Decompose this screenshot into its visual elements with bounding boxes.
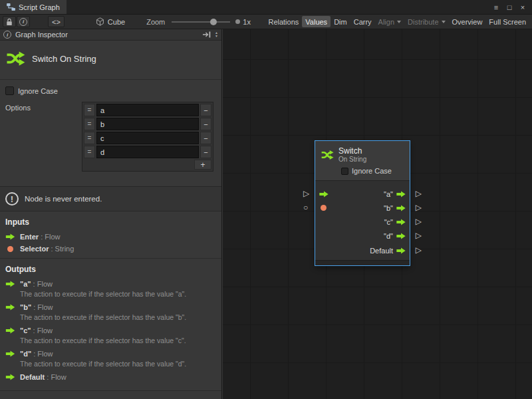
overview-button[interactable]: Overview xyxy=(449,16,486,27)
scroll-down-icon[interactable]: ▼ xyxy=(215,35,218,38)
output-row: Default : Flow xyxy=(0,371,221,383)
port-label: Default xyxy=(370,247,393,255)
flow-arrow-icon[interactable] xyxy=(396,205,406,211)
flow-arrow-icon xyxy=(5,327,15,334)
port-name: "c" xyxy=(20,327,31,334)
port-description: The action to execute if the selector ha… xyxy=(0,336,221,348)
maximize-button[interactable]: □ xyxy=(504,2,515,13)
distribute-button[interactable]: Distribute xyxy=(404,16,448,27)
port-type: : Flow xyxy=(39,233,60,241)
close-button[interactable]: × xyxy=(517,2,528,13)
option-input[interactable] xyxy=(96,118,199,130)
lock-button[interactable] xyxy=(3,16,16,27)
output-port-triangle[interactable]: ▷ xyxy=(416,187,422,201)
flow-arrow-icon[interactable] xyxy=(396,191,406,198)
code-icon: <> xyxy=(52,18,61,26)
input-row: Enter : Flow xyxy=(0,231,221,243)
options-label: Options xyxy=(5,102,82,172)
ignore-case-label: Ignore Case xyxy=(18,87,58,95)
info-button[interactable]: i xyxy=(17,16,30,27)
node-port-row: ○ "b" ▷ xyxy=(315,201,410,215)
option-row: = − xyxy=(84,132,211,144)
outputs-section: Outputs "a" : Flow The action to execute… xyxy=(0,259,221,386)
add-option-button[interactable]: + xyxy=(194,160,211,170)
flow-input-icon[interactable] xyxy=(319,191,329,198)
input-port-circle[interactable]: ○ xyxy=(303,201,308,215)
output-port-triangle[interactable]: ▷ xyxy=(416,215,422,229)
info-icon: i xyxy=(19,18,27,26)
flow-arrow-icon[interactable] xyxy=(396,219,406,225)
window-menu-icon[interactable]: ≡ xyxy=(491,2,501,13)
drag-handle[interactable]: = xyxy=(84,104,95,116)
port-type: : Flow xyxy=(31,350,53,358)
output-port-triangle[interactable]: ▷ xyxy=(416,201,422,215)
flow-arrow-icon[interactable] xyxy=(396,233,406,239)
cube-icon xyxy=(96,17,104,26)
zoom-slider[interactable] xyxy=(172,17,230,27)
object-label: Cube xyxy=(108,18,125,26)
port-label: "a" xyxy=(384,190,393,198)
align-label: Align xyxy=(378,18,394,26)
fullscreen-button[interactable]: Full Screen xyxy=(485,16,529,27)
graph-canvas[interactable]: Switch On String Ignore Case ▷ "a" ▷ ○ xyxy=(223,29,532,399)
panel-title: Graph Inspector xyxy=(15,31,68,39)
port-description: The action to execute if the selector ha… xyxy=(0,290,221,301)
port-name: "a" xyxy=(20,280,31,288)
switch-icon xyxy=(5,49,25,68)
option-input[interactable] xyxy=(96,104,199,116)
relations-button[interactable]: Relations xyxy=(265,16,302,27)
script-graph-icon xyxy=(7,3,15,11)
option-row: = − xyxy=(84,118,211,130)
ignore-case-checkbox[interactable] xyxy=(5,86,14,95)
zoom-reset-icon[interactable] xyxy=(235,19,240,24)
code-toggle-button[interactable]: <> xyxy=(48,16,65,27)
remove-option-button[interactable]: − xyxy=(200,118,211,130)
warning-box: ! Node is never entered. xyxy=(0,186,221,211)
option-input[interactable] xyxy=(96,146,199,158)
drag-handle[interactable]: = xyxy=(84,132,95,144)
port-label: "d" xyxy=(384,232,393,240)
window-controls: ≡ □ × xyxy=(491,0,532,14)
port-description: The action to execute if the selector ha… xyxy=(0,360,221,371)
flow-arrow-icon xyxy=(5,374,15,380)
zoom-value: 1x xyxy=(243,18,251,26)
drag-handle[interactable]: = xyxy=(84,146,95,158)
flow-arrow-icon xyxy=(5,233,15,240)
flow-arrow-icon xyxy=(5,304,15,311)
remove-option-button[interactable]: − xyxy=(200,146,211,158)
zoom-slider-knob[interactable] xyxy=(210,19,217,25)
switch-node[interactable]: Switch On String Ignore Case ▷ "a" ▷ ○ xyxy=(315,141,410,265)
tab-bar: Script Graph ≡ □ × xyxy=(0,0,532,15)
port-name: Default xyxy=(20,373,45,381)
align-button[interactable]: Align xyxy=(375,16,404,27)
remove-option-button[interactable]: − xyxy=(200,132,211,144)
remove-option-button[interactable]: − xyxy=(200,104,211,116)
port-type: : Flow xyxy=(31,327,53,334)
node-ignore-case-checkbox[interactable] xyxy=(341,168,348,175)
flow-arrow-icon[interactable] xyxy=(396,247,406,254)
panel-scroll-arrows[interactable]: ▲ ▼ xyxy=(215,31,218,38)
unity-window: Script Graph ≡ □ × i <> Cube Zoom 1x xyxy=(0,0,532,399)
carry-button[interactable]: Carry xyxy=(350,16,375,27)
output-port-triangle[interactable]: ▷ xyxy=(416,243,422,257)
dock-icon[interactable] xyxy=(202,31,211,38)
input-port-triangle[interactable]: ▷ xyxy=(303,187,309,201)
output-port-triangle[interactable]: ▷ xyxy=(416,229,422,243)
dim-button[interactable]: Dim xyxy=(331,16,350,27)
port-name: "d" xyxy=(20,350,31,358)
option-input[interactable] xyxy=(96,132,199,144)
zoom-label: Zoom xyxy=(146,18,165,26)
output-row: "a" : Flow xyxy=(0,278,221,290)
option-row: = − xyxy=(84,104,211,116)
values-button[interactable]: Values xyxy=(302,16,331,27)
tab-label: Script Graph xyxy=(19,3,60,11)
port-type: : Flow xyxy=(31,280,53,288)
node-port-row: ▷ "a" ▷ xyxy=(315,187,410,201)
output-row: "c" : Flow xyxy=(0,325,221,336)
node-port-row: "c" ▷ xyxy=(315,215,410,229)
option-row: = − xyxy=(84,146,211,158)
tab-script-graph[interactable]: Script Graph xyxy=(0,0,66,14)
drag-handle[interactable]: = xyxy=(84,118,95,130)
selector-dot-icon[interactable] xyxy=(321,205,327,211)
ignore-case-row: Ignore Case xyxy=(0,80,221,98)
